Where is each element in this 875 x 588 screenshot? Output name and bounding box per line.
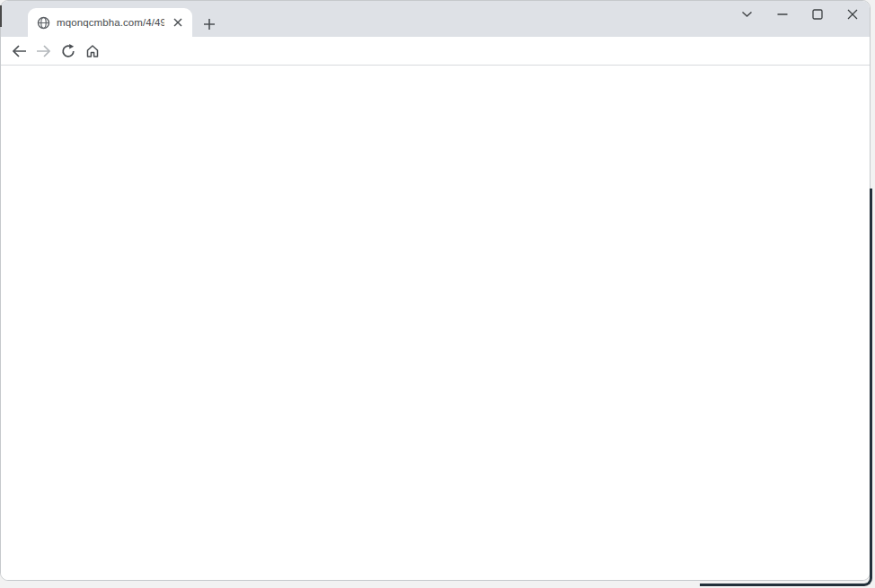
browser-window: mqonqcmbha.com/4/4948329 (0, 0, 871, 581)
tab-strip: mqonqcmbha.com/4/4948329 (1, 1, 870, 37)
maximize-icon (812, 9, 823, 20)
new-tab-plus-icon (203, 18, 216, 31)
screenshot-stage: mqonqcmbha.com/4/4948329 (0, 0, 875, 588)
maximize-button[interactable] (800, 2, 835, 27)
tab-title: mqonqcmbha.com/4/4948329 (57, 17, 164, 28)
globe-favicon-icon (37, 16, 50, 30)
minimize-button[interactable] (765, 2, 800, 27)
page-content (1, 66, 870, 581)
tab-search-chevron-button[interactable] (729, 2, 765, 27)
window-controls (729, 1, 870, 28)
home-button[interactable] (80, 39, 104, 63)
close-icon (847, 9, 858, 20)
new-tab-button[interactable] (199, 13, 220, 35)
back-arrow-icon (12, 45, 27, 57)
back-button[interactable] (7, 39, 31, 63)
forward-arrow-icon (36, 45, 51, 57)
home-icon (85, 44, 100, 58)
forward-button[interactable] (31, 39, 56, 63)
browser-toolbar: Not secure mqonqcmbha.com/4/4948329 (1, 37, 870, 66)
reload-icon (61, 44, 75, 58)
chevron-down-icon (741, 11, 753, 18)
window-close-button[interactable] (835, 2, 870, 27)
tab-close-icon[interactable] (171, 15, 185, 30)
background-left-edge (0, 5, 2, 27)
browser-tab[interactable]: mqonqcmbha.com/4/4948329 (28, 8, 192, 37)
reload-button[interactable] (56, 39, 80, 63)
minimize-icon (777, 9, 788, 20)
